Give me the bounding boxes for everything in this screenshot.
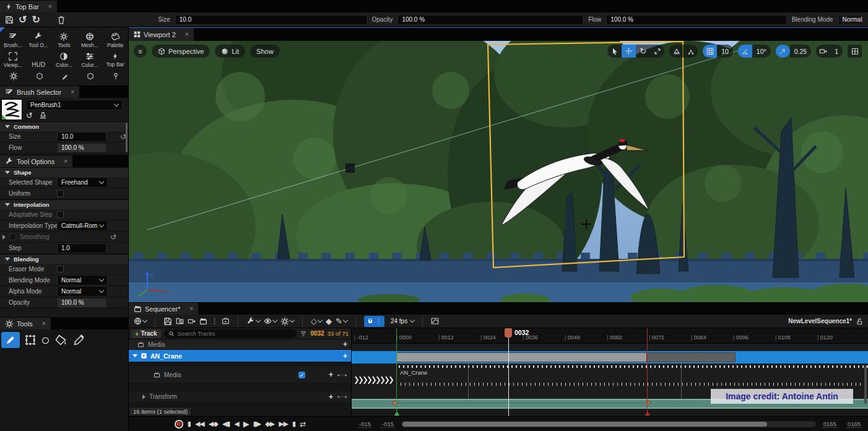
curve-editor-icon[interactable] [431, 317, 439, 325]
selected-shape-dropdown[interactable]: Freehand [57, 177, 108, 188]
scrollbar-vertical[interactable] [126, 123, 128, 152]
redo-icon[interactable]: ↻ [32, 15, 40, 25]
camera-speed-button[interactable] [816, 45, 830, 58]
close-icon[interactable]: × [64, 158, 67, 165]
camera-speed-value[interactable]: 1 [830, 45, 843, 58]
eyedropper-tool-icon[interactable] [71, 334, 87, 346]
brush-dropdown[interactable]: PenBrush1 [26, 100, 123, 110]
trash-icon[interactable] [57, 15, 66, 24]
palette-item-tools[interactable]: Tools [51, 32, 76, 48]
track-row-sub-media[interactable]: Media ✓ + ◂ ○ ▸ [129, 367, 351, 383]
timeline-ruler[interactable]: -012 0000 0012 0024 0036 0048 0060 0072 … [352, 328, 868, 344]
select-tool-button[interactable] [607, 45, 622, 58]
perspective-button[interactable]: Perspective [152, 45, 210, 58]
undo-icon[interactable]: ↺ [19, 15, 27, 25]
step-input[interactable]: 1.0 [57, 243, 106, 253]
palette-item-palette[interactable]: Palette [103, 32, 128, 48]
search-tracks-input[interactable] [178, 330, 293, 337]
next-key-button[interactable]: ◆▶ [265, 420, 274, 428]
add-section-icon[interactable]: + [343, 352, 347, 360]
timeline-scrollbar-thumb[interactable] [402, 422, 767, 427]
marquee-tool-icon[interactable] [22, 334, 38, 346]
palette-item-mesh[interactable]: Mesh... [77, 32, 102, 48]
create-camera-icon[interactable] [188, 317, 196, 325]
grid-snap-value[interactable]: 10 [717, 45, 733, 58]
tab-sequencer[interactable]: Sequencer* × [129, 303, 198, 315]
snap-button[interactable]: ⋮ [364, 316, 384, 327]
section-blending[interactable]: Blending [0, 254, 128, 264]
alpha-mode-dropdown[interactable]: Normal [57, 286, 108, 297]
ellipse-tool-icon[interactable]: ○ [41, 333, 50, 347]
opacity-input[interactable]: 100.0 % [397, 15, 583, 25]
track-row-transform[interactable]: Transform + ◂ ○ ▸ [129, 391, 351, 402]
viewport-canvas[interactable]: z x ≡ Perspective Lit Show ↻ [129, 41, 868, 302]
render-queue-icon[interactable] [222, 317, 230, 325]
next-key-icon[interactable]: ▸ [345, 372, 347, 378]
search-tracks-box[interactable] [164, 329, 297, 338]
step-back-button[interactable]: ◀▮ [222, 420, 230, 428]
show-button[interactable]: Show [250, 45, 280, 58]
current-frame[interactable]: 0032 [310, 330, 324, 337]
render-movie-icon[interactable] [199, 317, 207, 325]
previous-key-button[interactable]: ◀◆ [209, 420, 218, 428]
save-sequence-icon[interactable] [163, 317, 172, 326]
blending-mode-dropdown[interactable]: Normal [57, 275, 108, 285]
palette-item-top-bar[interactable]: Top Bar [103, 53, 128, 67]
tab-tool-options[interactable]: Tool Options × [0, 155, 72, 167]
timeline-scrollbar[interactable] [401, 421, 816, 427]
view-range-start[interactable]: -015 [381, 420, 395, 428]
subsequence-bar[interactable] [396, 352, 647, 362]
section-common[interactable]: Common [0, 121, 126, 131]
add-key-icon[interactable]: + [329, 393, 333, 401]
add-track-button[interactable]: + Track [131, 329, 161, 338]
subsequence-bar-tail[interactable] [647, 352, 736, 362]
media-track-lane[interactable] [352, 344, 868, 351]
lock-icon[interactable] [856, 318, 863, 325]
hexagon-icon[interactable] [36, 72, 43, 80]
sequence-name[interactable]: NewLevelSequence1* [788, 318, 852, 324]
close-icon[interactable]: × [71, 89, 74, 95]
grid-snap-button[interactable] [703, 45, 717, 58]
next-key-icon[interactable]: ▸ [345, 394, 347, 399]
eraser-mode-checkbox[interactable] [57, 266, 64, 272]
an-crane-track-lane[interactable] [352, 351, 868, 364]
viewport-menu-button[interactable]: ≡ [134, 45, 147, 58]
filter-icon[interactable] [300, 330, 307, 337]
palette-item-hud[interactable]: HUD [26, 51, 51, 68]
close-icon[interactable]: × [185, 31, 189, 38]
scale-snap-value[interactable]: 0.25 [790, 45, 811, 58]
interpolation-type-dropdown[interactable]: Catmull-Rom [57, 220, 108, 231]
uniform-checkbox[interactable] [57, 190, 64, 197]
rotation-snap-button[interactable] [738, 45, 752, 58]
export-brush-icon[interactable] [39, 111, 47, 120]
add-keyframe-icon[interactable]: ○ [341, 372, 344, 378]
close-icon[interactable]: × [42, 320, 46, 327]
previous-key-icon[interactable]: ◂ [337, 394, 339, 399]
tools-menu-button[interactable] [246, 317, 260, 326]
scale-snap-button[interactable] [776, 45, 790, 58]
surface-snap-button[interactable] [684, 45, 698, 58]
jump-to-end-button[interactable]: ▶▶ [279, 420, 288, 428]
tool-pencil-button[interactable] [1, 332, 20, 348]
palette-item-tool-options[interactable]: Tool O... [26, 32, 51, 48]
world-space-button[interactable] [669, 45, 684, 58]
media-track-checkbox[interactable]: ✓ [298, 372, 305, 378]
pen-diagonal-icon[interactable] [61, 72, 69, 80]
collapse-triangle-icon[interactable] [132, 354, 137, 357]
viewport-layout-button[interactable] [848, 45, 862, 58]
lit-button[interactable]: Lit [215, 45, 245, 58]
bucket-tool-icon[interactable] [53, 334, 69, 346]
track-row-media[interactable]: Media + [129, 339, 351, 350]
scale-tool-button[interactable] [650, 45, 664, 58]
playback-options-button[interactable] [280, 317, 294, 326]
pin-icon[interactable] [112, 72, 119, 80]
adaptative-step-checkbox[interactable] [57, 211, 64, 218]
rotate-tool-button[interactable]: ↻ [636, 45, 650, 58]
jump-to-start-button[interactable]: ◀◀ [195, 420, 204, 428]
working-range-end[interactable]: 0165 [846, 420, 862, 428]
working-range-start[interactable]: -015 [358, 420, 372, 428]
more-options-icon[interactable]: ⋮ [211, 318, 218, 324]
size-input[interactable]: 10.0 [175, 15, 367, 25]
flow-input[interactable]: 100.0 % [606, 15, 786, 25]
expand-arrow-icon[interactable] [142, 394, 145, 399]
